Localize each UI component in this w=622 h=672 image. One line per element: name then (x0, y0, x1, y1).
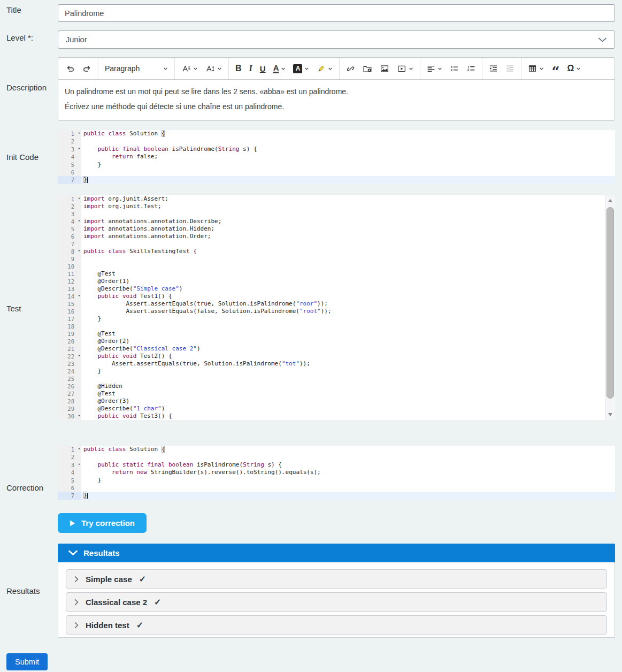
result-row[interactable]: Classical case 2✓ (66, 592, 607, 612)
code-line-text: } (81, 492, 615, 499)
test-code-lines: 1▾import org.junit.Assert;2import org.ju… (58, 195, 615, 420)
code-line-text (81, 375, 615, 383)
fold-caret-icon[interactable]: ▾ (78, 247, 80, 255)
insert-image-button[interactable] (376, 58, 393, 79)
submit-button[interactable]: Submit (6, 653, 48, 670)
link-button[interactable] (342, 58, 359, 79)
scroll-down-button[interactable] (608, 413, 612, 416)
init-code-editor[interactable]: 1▾public class Solution {23▾ public fina… (58, 130, 615, 184)
fold-caret-icon[interactable]: ▾ (78, 129, 80, 137)
fold-caret-icon[interactable]: ▾ (78, 217, 80, 225)
fold-caret-icon[interactable]: ▾ (78, 352, 80, 360)
decrease-indent-button[interactable] (502, 58, 518, 79)
fold-caret-icon[interactable]: ▾ (78, 445, 80, 453)
code-line-text: @Test (81, 270, 615, 278)
font-family-icon (205, 64, 215, 73)
scrollbar[interactable] (605, 195, 615, 420)
font-background-color-button[interactable]: A (289, 58, 313, 79)
code-line-text: return new StringBuilder(s).reverse().to… (81, 469, 615, 476)
line-number: 7 (58, 176, 81, 184)
scroll-thumb[interactable] (606, 207, 614, 399)
line-number: 15 (58, 300, 81, 308)
result-row[interactable]: Hidden test✓ (66, 615, 607, 635)
text-alignment-button[interactable] (423, 58, 446, 79)
font-size-button[interactable] (178, 58, 202, 79)
title-input[interactable] (58, 4, 615, 22)
correction-code-editor[interactable]: 1▾public class Solution {23▾ public stat… (58, 446, 615, 500)
text-cursor (87, 493, 88, 499)
redo-button[interactable] (79, 58, 95, 79)
code-line: 29 @Describe("1 char") (58, 405, 615, 413)
numbered-list-button[interactable] (463, 58, 479, 79)
test-code-editor[interactable]: 1▾import org.junit.Assert;2import org.ju… (58, 195, 615, 420)
font-color-button[interactable]: A (270, 58, 290, 79)
insert-image-icon (380, 64, 389, 73)
code-line-text: @Describe("Classical case 2") (81, 345, 615, 353)
code-line-text: import annotations.annotation.Describe; (81, 218, 615, 225)
increase-indent-button[interactable] (485, 58, 502, 79)
code-line: 21 @Describe("Classical case 2") (58, 345, 615, 353)
description-content[interactable]: Un palindrome est un mot qui peut se lir… (58, 80, 615, 120)
code-line-text: public void Test1() { (81, 293, 615, 300)
chevron-right-icon (74, 599, 79, 606)
line-number: 5 (58, 477, 81, 484)
code-line-text: } (81, 477, 615, 484)
code-line: 6 (58, 484, 615, 492)
level-select[interactable]: Junior (58, 30, 615, 49)
block-quote-button[interactable]: “ (548, 58, 563, 79)
fold-caret-icon[interactable]: ▾ (78, 412, 80, 419)
code-line: 2import org.junit.Test; (58, 203, 615, 210)
chevron-down-icon (576, 66, 581, 71)
italic-button[interactable]: I (245, 58, 256, 79)
try-correction-label: Try correction (81, 518, 135, 528)
paragraph-style-button[interactable]: Paragraph (101, 58, 172, 79)
line-number: 11 (58, 270, 81, 278)
fold-caret-icon[interactable]: ▾ (78, 292, 80, 300)
insert-media-button[interactable] (393, 58, 417, 79)
description-paragraph: Écrivez une méthode qui détecte si une c… (65, 102, 608, 111)
chevron-down-icon (217, 66, 222, 71)
code-line: 3▾ public static final boolean isPalindr… (58, 461, 615, 469)
fold-caret-icon[interactable]: ▾ (78, 195, 80, 202)
line-number: 27 (58, 390, 81, 398)
code-line: 4 return new StringBuilder(s).reverse().… (58, 469, 615, 476)
code-line-text: public class SkillsTestingTest { (81, 248, 615, 255)
code-line-text: public void Test2() { (81, 353, 615, 360)
line-number: 5 (58, 161, 81, 169)
code-line: 1▾public class Solution { (58, 130, 615, 138)
highlight-button[interactable] (313, 58, 336, 79)
code-line-text: Assert.assertEquals(true, Solution.isPal… (81, 360, 615, 368)
check-icon: ✓ (139, 574, 146, 584)
chevron-down-icon (304, 66, 309, 71)
bold-button[interactable]: B (232, 58, 245, 79)
undo-button[interactable] (62, 58, 79, 79)
line-number: 12 (58, 278, 81, 285)
italic-icon: I (249, 64, 252, 73)
code-line-text: @Order(1) (81, 278, 615, 285)
special-characters-button[interactable]: Ω (563, 58, 585, 79)
line-number: 28 (58, 398, 81, 405)
code-line-text: import org.junit.Assert; (81, 195, 615, 203)
fold-caret-icon[interactable]: ▾ (78, 461, 80, 468)
fold-caret-icon[interactable]: ▾ (78, 145, 80, 152)
chevron-down-icon (193, 66, 198, 71)
code-line-text (81, 263, 615, 270)
bold-icon: B (235, 64, 242, 73)
toolbar-group: Paragraph (98, 58, 174, 79)
font-family-button[interactable] (202, 58, 226, 79)
scroll-up-button[interactable] (608, 199, 612, 202)
line-number: 29 (58, 405, 81, 413)
insert-table-button[interactable] (524, 58, 548, 79)
line-number: 22▾ (58, 353, 81, 360)
result-label: Hidden test (86, 621, 129, 630)
line-number: 4 (58, 153, 81, 161)
line-number: 23 (58, 360, 81, 368)
resultats-panel-header[interactable]: Resultats (58, 544, 615, 562)
code-line: 3▾ public final boolean isPalindrome(Str… (58, 146, 615, 153)
try-correction-button[interactable]: Try correction (58, 513, 147, 533)
result-row[interactable]: Simple case✓ (66, 569, 607, 589)
bulleted-list-button[interactable] (446, 58, 463, 79)
insert-file-button[interactable] (359, 58, 376, 79)
underline-button[interactable]: U (256, 58, 270, 79)
code-line-text (81, 484, 615, 492)
